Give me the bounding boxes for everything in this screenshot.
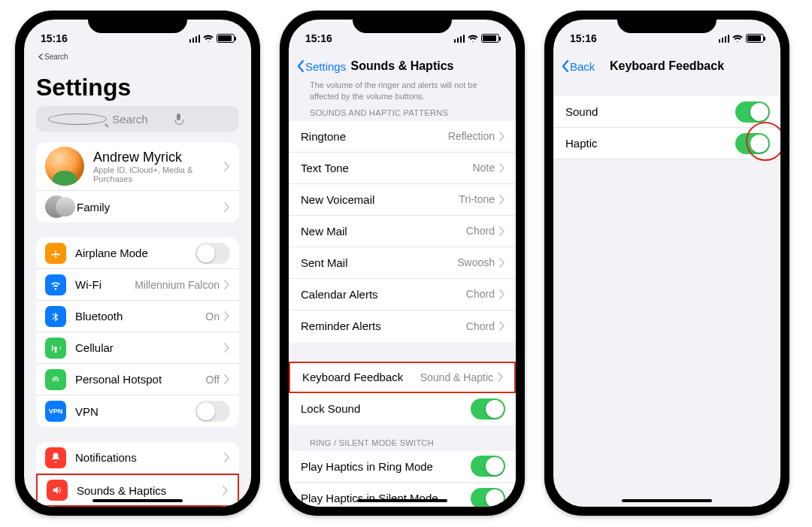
keyboard-group: Keyboard FeedbackSound & HapticLock Soun… [289, 362, 516, 425]
home-indicator[interactable] [622, 499, 712, 502]
row-value: Note [472, 162, 495, 174]
phone-keyboard-feedback: 15:16 Back Keyboard Feedback SoundHaptic [544, 11, 789, 516]
nav-bar: Back Keyboard Feedback [553, 51, 780, 81]
row-new-voicemail[interactable]: New VoicemailTri-tone [289, 184, 516, 216]
row-airplane[interactable]: Airplane Mode [36, 238, 239, 269]
toggle[interactable] [735, 101, 770, 123]
avatar [45, 147, 84, 186]
toggle[interactable] [471, 456, 505, 477]
ringer-note: The volume of the ringer and alerts will… [310, 80, 495, 102]
notch [353, 11, 452, 33]
row-wifi[interactable]: Wi-FiMillennium Falcon [36, 269, 239, 301]
row-label: Text Tone [301, 162, 349, 174]
signal-icon [454, 35, 465, 43]
row-cell[interactable]: Cellular [36, 332, 239, 364]
row-text-tone[interactable]: Text ToneNote [289, 153, 516, 184]
row-label: Bluetooth [75, 310, 123, 323]
row-ringtone[interactable]: RingtoneReflection [289, 121, 516, 153]
toggle[interactable] [471, 488, 505, 507]
wifi-icon [732, 35, 743, 43]
family-avatars [45, 195, 68, 218]
vpn-icon: VPN [45, 401, 66, 422]
row-value: Chord [466, 320, 495, 332]
phone-sounds: 15:16 Settings Sounds & Haptics The volu… [280, 11, 525, 516]
row-label: New Mail [301, 225, 347, 238]
row-label: Personal Hotspot [75, 373, 162, 386]
profile-row[interactable]: Andrew Myrick Apple ID, iCloud+, Media &… [36, 142, 239, 191]
wifi-icon [45, 274, 66, 295]
row-new-mail[interactable]: New MailChord [289, 216, 516, 247]
toggle[interactable] [471, 398, 505, 419]
row-label: Wi-Fi [75, 278, 102, 291]
notch [617, 11, 717, 33]
row-label: Airplane Mode [75, 247, 148, 259]
row-keyboard-feedback[interactable]: Keyboard FeedbackSound & Haptic [289, 362, 516, 393]
battery-icon [217, 34, 235, 43]
back-button[interactable]: Settings [296, 59, 346, 73]
row-value: Swoosh [457, 256, 495, 268]
row-value: On [205, 310, 220, 323]
patterns-header: SOUNDS AND HAPTIC PATTERNS [310, 108, 495, 117]
row-label: VPN [75, 405, 98, 418]
content: Back Keyboard Feedback SoundHaptic [553, 51, 780, 507]
row-notif[interactable]: Notifications [36, 442, 239, 474]
content: Settings Search Andrew Myrick Apple ID, … [24, 51, 251, 507]
search-icon [48, 114, 107, 125]
row-value: Chord [466, 288, 495, 300]
signal-icon [189, 35, 201, 43]
row-reminder-alerts[interactable]: Reminder AlertsChord [289, 310, 516, 342]
row-label: Sound [565, 105, 598, 118]
row-play-haptics-in-silent-mode[interactable]: Play Haptics in Silent Mode [289, 483, 516, 507]
signal-icon [719, 35, 730, 43]
profile-sub: Apple ID, iCloud+, Media & Purchases [93, 165, 224, 183]
toggle[interactable] [735, 133, 770, 154]
row-label: Calendar Alerts [301, 288, 378, 301]
row-label: New Voicemail [301, 193, 374, 206]
page-title: Settings [36, 74, 239, 101]
profile-name: Andrew Myrick [93, 150, 224, 165]
row-label: Reminder Alerts [301, 320, 381, 332]
status-time: 15:16 [41, 32, 68, 44]
content: Settings Sounds & Haptics The volume of … [289, 51, 516, 507]
wifi-icon [468, 35, 478, 43]
family-row[interactable]: Family [36, 191, 239, 223]
row-hotspot[interactable]: Personal HotspotOff [36, 364, 239, 395]
back-button[interactable]: Back [561, 59, 595, 73]
ringsilent-group: Play Haptics in Ring ModePlay Haptics in… [289, 451, 516, 507]
mic-icon[interactable] [175, 114, 232, 125]
row-sent-mail[interactable]: Sent MailSwoosh [289, 247, 516, 279]
profile-card: Andrew Myrick Apple ID, iCloud+, Media &… [36, 142, 239, 223]
row-value: Off [206, 374, 220, 386]
screen: 15:16 Settings Sounds & Haptics The volu… [289, 20, 516, 507]
row-play-haptics-in-ring-mode[interactable]: Play Haptics in Ring Mode [289, 451, 516, 483]
home-indicator[interactable] [92, 499, 183, 502]
row-value: Chord [466, 225, 495, 237]
toggle[interactable] [195, 401, 230, 422]
status-time: 15:16 [570, 32, 597, 44]
row-bt[interactable]: BluetoothOn [36, 301, 239, 332]
row-sound[interactable]: Sound [553, 96, 780, 128]
home-indicator[interactable] [357, 499, 447, 502]
feedback-group: SoundHaptic [553, 96, 780, 159]
bt-icon [45, 306, 66, 327]
hotspot-icon [45, 369, 66, 390]
cell-icon [45, 338, 66, 359]
row-label: Cellular [75, 341, 114, 354]
row-vpn[interactable]: VPNVPN [36, 395, 239, 427]
battery-icon [746, 34, 764, 43]
search-input[interactable]: Search [36, 106, 239, 132]
row-lock-sound[interactable]: Lock Sound [289, 393, 516, 425]
ringsilent-header: RING / SILENT MODE SWITCH [310, 438, 495, 447]
wifi-icon [203, 35, 214, 43]
notch [88, 11, 187, 33]
row-value: Millennium Falcon [135, 279, 220, 291]
toggle[interactable] [195, 243, 230, 264]
status-time: 15:16 [305, 32, 332, 44]
notif-icon [45, 447, 66, 468]
row-label: Keyboard Feedback [302, 371, 403, 383]
screen: 15:16 Search Settings Search [24, 20, 251, 507]
row-haptic[interactable]: Haptic [553, 128, 780, 159]
row-calendar-alerts[interactable]: Calendar AlertsChord [289, 279, 516, 310]
phone-settings: 15:16 Search Settings Search [15, 11, 260, 516]
row-label: Sounds & Haptics [77, 484, 166, 497]
